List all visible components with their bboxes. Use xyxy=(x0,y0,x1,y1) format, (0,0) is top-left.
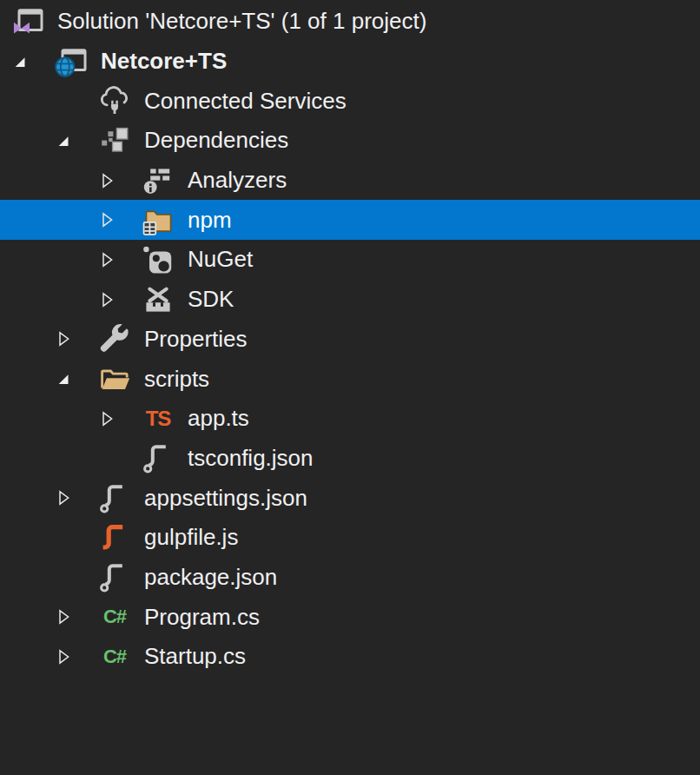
connected-services-icon xyxy=(96,82,134,120)
tree-item-properties[interactable]: Properties xyxy=(0,320,700,360)
tree-item-label: appsettings.json xyxy=(144,485,307,512)
expander-spacer xyxy=(52,558,96,598)
chevron-expanded-icon[interactable] xyxy=(52,121,96,161)
tree-item-dependencies[interactable]: Dependencies xyxy=(0,121,700,161)
expander-spacer xyxy=(96,439,139,479)
json-file-icon xyxy=(96,558,134,596)
csharp-file-icon: C# xyxy=(96,598,134,636)
tree-item-label: Properties xyxy=(144,326,248,353)
csharp-file-icon: C# xyxy=(96,638,134,676)
tree-item-gulpfile-js[interactable]: gulpfile.js xyxy=(0,518,700,558)
tree-item-tsconfig-json[interactable]: tsconfig.json xyxy=(0,439,700,479)
tree-item-appsettings-json[interactable]: appsettings.json xyxy=(0,478,700,518)
chevron-expanded-icon[interactable] xyxy=(52,359,96,399)
solution-explorer-tree: Solution 'Netcore+TS' (1 of 1 project) N… xyxy=(0,0,700,677)
tree-item-label: Startup.cs xyxy=(144,643,246,670)
npm-folder-icon xyxy=(139,201,177,239)
chevron-collapsed-icon[interactable] xyxy=(96,280,139,320)
chevron-collapsed-icon[interactable] xyxy=(52,597,96,637)
tree-item-label: scripts xyxy=(144,366,209,393)
nuget-icon xyxy=(139,241,177,279)
tree-item-netcore-ts[interactable]: Netcore+TS xyxy=(0,42,700,82)
tree-item-label: tsconfig.json xyxy=(188,445,314,472)
json-file-icon xyxy=(96,479,134,517)
json-file-icon xyxy=(139,439,177,477)
tree-item-label: package.json xyxy=(144,564,277,591)
folder-open-icon xyxy=(96,360,134,398)
tree-item-app-ts[interactable]: TSapp.ts xyxy=(0,399,700,439)
tree-item-connected-services[interactable]: Connected Services xyxy=(0,81,700,121)
wrench-icon xyxy=(96,320,134,358)
expander-spacer xyxy=(52,81,96,121)
tree-item-npm[interactable]: npm xyxy=(0,200,700,240)
tree-item-label: npm xyxy=(188,207,232,234)
chevron-collapsed-icon[interactable] xyxy=(96,161,139,201)
analyzers-icon xyxy=(139,162,177,200)
expander-spacer xyxy=(52,518,96,558)
chevron-collapsed-icon[interactable] xyxy=(96,240,139,280)
solution-icon xyxy=(9,3,47,41)
tree-item-label: Analyzers xyxy=(188,167,287,194)
tree-item-solution-netcore-ts-1-of-1-project[interactable]: Solution 'Netcore+TS' (1 of 1 project) xyxy=(0,2,700,42)
tree-item-program-cs[interactable]: C#Program.cs xyxy=(0,597,700,637)
web-project-icon xyxy=(52,43,90,81)
tree-item-label: SDK xyxy=(188,286,234,313)
chevron-collapsed-icon[interactable] xyxy=(52,320,96,360)
tree-item-label: Program.cs xyxy=(144,604,260,631)
tree-item-label: gulpfile.js xyxy=(144,524,238,551)
chevron-collapsed-icon[interactable] xyxy=(52,478,96,518)
tree-item-label: Connected Services xyxy=(144,88,347,115)
js-file-icon xyxy=(96,519,134,557)
tree-item-label: Dependencies xyxy=(144,127,288,154)
tree-item-package-json[interactable]: package.json xyxy=(0,558,700,598)
dependencies-icon xyxy=(96,122,134,160)
tree-item-nuget[interactable]: NuGet xyxy=(0,240,700,280)
chevron-collapsed-icon[interactable] xyxy=(96,200,139,240)
tree-item-label: Netcore+TS xyxy=(101,48,227,75)
tree-item-sdk[interactable]: SDK xyxy=(0,280,700,320)
chevron-collapsed-icon[interactable] xyxy=(96,399,139,439)
chevron-expanded-icon[interactable] xyxy=(9,42,52,82)
tree-item-scripts[interactable]: scripts xyxy=(0,359,700,399)
tree-item-label: app.ts xyxy=(188,405,249,432)
tree-item-analyzers[interactable]: Analyzers xyxy=(0,161,700,201)
tree-item-label: NuGet xyxy=(188,246,253,273)
tree-item-startup-cs[interactable]: C#Startup.cs xyxy=(0,637,700,677)
chevron-collapsed-icon[interactable] xyxy=(52,637,96,677)
tree-item-label: Solution 'Netcore+TS' (1 of 1 project) xyxy=(57,8,426,35)
sdk-icon xyxy=(139,281,177,319)
ts-file-icon: TS xyxy=(139,400,177,438)
